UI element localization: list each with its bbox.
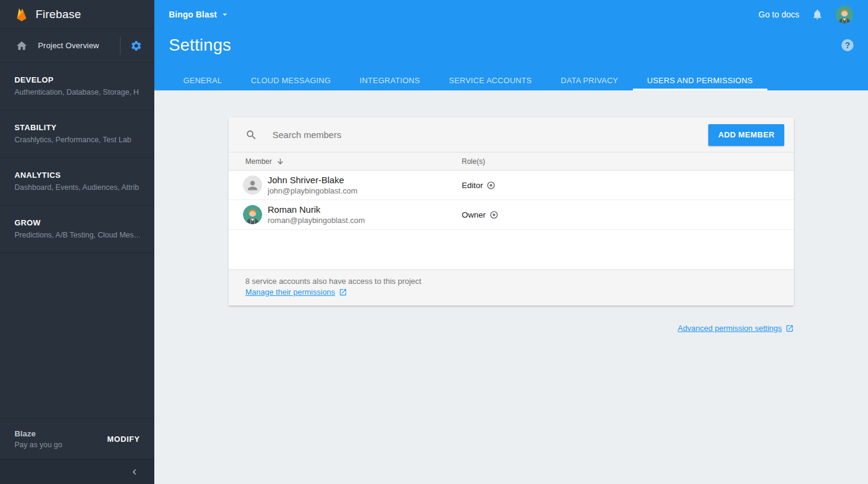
section-subtitle: Predictions, A/B Testing, Cloud Mes…: [14, 231, 140, 239]
role-info-icon[interactable]: [489, 210, 498, 219]
external-link-icon: [339, 288, 347, 297]
sidebar: Firebase Project Overview DEVELOP Authen…: [0, 0, 154, 484]
section-title: STABILITY: [14, 123, 140, 132]
content-area: ADD MEMBER Member Role(s): [154, 90, 868, 484]
search-input[interactable]: [272, 130, 708, 140]
members-card: ADD MEMBER Member Role(s): [228, 118, 794, 306]
chevron-left-icon: [129, 467, 140, 477]
plan-description: Pay as you go: [14, 441, 62, 449]
advanced-permission-settings-link[interactable]: Advanced permission settings: [678, 324, 782, 333]
section-subtitle: Dashboard, Events, Audiences, Attrib…: [14, 183, 140, 192]
column-header-member[interactable]: Member: [245, 157, 462, 166]
tab-data-privacy[interactable]: DATA PRIVACY: [546, 61, 632, 90]
notifications-bell-icon[interactable]: [811, 8, 823, 20]
section-subtitle: Authentication, Database, Storage, H…: [14, 88, 140, 96]
billing-plan-row: Blaze Pay as you go MODIFY: [0, 419, 154, 459]
project-selector[interactable]: Bingo Blast: [169, 9, 230, 20]
project-name: Bingo Blast: [169, 10, 217, 19]
chevron-down-icon: [219, 9, 230, 20]
brand-name: Firebase: [36, 8, 81, 21]
avatar: [243, 205, 262, 224]
firebase-flame-icon: [14, 7, 29, 22]
vertical-divider: [120, 37, 121, 55]
home-icon: [16, 40, 28, 52]
main-area: Bingo Blast Go to docs: [154, 0, 868, 484]
collapse-sidebar-button[interactable]: [129, 467, 140, 477]
members-card-footer: 8 service accounts also have access to t…: [228, 269, 794, 306]
column-header-roles: Role(s): [462, 157, 485, 166]
section-subtitle: Crashlytics, Performance, Test Lab: [14, 136, 140, 144]
member-name: Roman Nurik: [268, 204, 462, 215]
tab-integrations[interactable]: INTEGRATIONS: [345, 61, 435, 90]
members-toolbar: ADD MEMBER: [228, 118, 794, 152]
sidebar-collapse-row: [0, 459, 154, 484]
appbar-top-row: Bingo Blast Go to docs: [154, 0, 868, 29]
tab-users-and-permissions[interactable]: USERS AND PERMISSIONS: [633, 61, 767, 90]
avatar: [243, 175, 262, 195]
member-role: Editor: [462, 181, 483, 190]
section-title: DEVELOP: [14, 75, 140, 84]
member-email: john@playbingoblast.com: [268, 186, 462, 195]
sidebar-item-stability[interactable]: STABILITY Crashlytics, Performance, Test…: [0, 110, 154, 158]
manage-permissions-link[interactable]: Manage their permissions: [245, 288, 335, 297]
service-accounts-note: 8 service accounts also have access to t…: [245, 277, 794, 286]
settings-tabs: GENERAL CLOUD MESSAGING INTEGRATIONS SER…: [154, 61, 868, 90]
project-overview-label: Project Overview: [38, 41, 99, 50]
page-title-row: Settings ?: [154, 29, 868, 61]
search-icon: [245, 129, 257, 141]
firebase-logo[interactable]: Firebase: [0, 0, 154, 29]
advanced-settings-row: Advanced permission settings: [228, 324, 794, 333]
go-to-docs-link[interactable]: Go to docs: [758, 10, 799, 19]
member-column-label: Member: [245, 157, 272, 166]
modify-plan-button[interactable]: MODIFY: [107, 435, 140, 444]
plan-name: Blaze: [14, 429, 62, 438]
tab-cloud-messaging[interactable]: CLOUD MESSAGING: [236, 61, 345, 90]
user-avatar[interactable]: [835, 5, 854, 24]
sidebar-item-project-overview[interactable]: Project Overview: [0, 29, 154, 63]
tab-general[interactable]: GENERAL: [169, 61, 236, 90]
member-email: roman@playbingoblast.com: [268, 216, 462, 225]
table-row: John Shriver-Blake john@playbingoblast.c…: [228, 171, 794, 200]
table-row: Roman Nurik roman@playbingoblast.com Own…: [228, 200, 794, 230]
section-title: GROW: [14, 218, 140, 227]
member-role: Owner: [462, 210, 486, 219]
sort-arrow-down-icon: [276, 157, 285, 166]
add-member-button[interactable]: ADD MEMBER: [708, 124, 784, 146]
project-settings-gear-icon[interactable]: [127, 36, 146, 55]
member-name: John Shriver-Blake: [268, 175, 462, 185]
section-title: ANALYTICS: [14, 171, 140, 180]
sidebar-item-grow[interactable]: GROW Predictions, A/B Testing, Cloud Mes…: [0, 206, 154, 253]
sidebar-item-analytics[interactable]: ANALYTICS Dashboard, Events, Audiences, …: [0, 158, 154, 206]
page-title: Settings: [169, 36, 231, 55]
help-icon[interactable]: ?: [841, 39, 854, 51]
role-info-icon[interactable]: [486, 181, 495, 190]
external-link-icon: [785, 324, 794, 333]
empty-table-space: [228, 230, 794, 269]
sidebar-spacer: [0, 253, 154, 419]
members-table-header: Member Role(s): [228, 152, 794, 171]
appbar: Bingo Blast Go to docs: [154, 0, 868, 90]
tab-service-accounts[interactable]: SERVICE ACCOUNTS: [435, 61, 546, 90]
sidebar-item-develop[interactable]: DEVELOP Authentication, Database, Storag…: [0, 63, 154, 110]
